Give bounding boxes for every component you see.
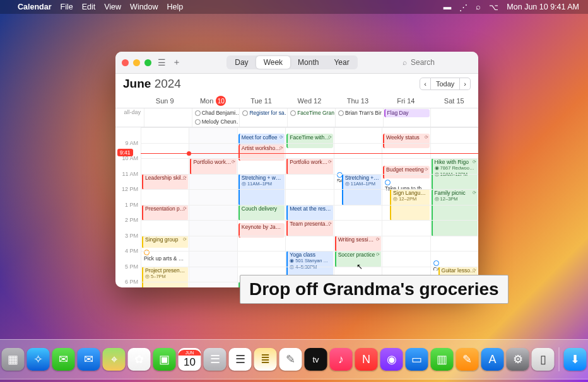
view-month[interactable]: Month [290,56,326,69]
hour-label: 11 AM [122,171,138,177]
view-week[interactable]: Week [256,56,290,69]
calendar-event[interactable]: Family picnic◎ 12–3PM⟳ [432,189,478,236]
add-event-icon[interactable]: ＋ [172,57,182,67]
allday-label: all-day [115,108,144,127]
allday-event[interactable]: Brian Tran's Bir… [336,109,382,117]
dock-launchpad[interactable]: ▦ [2,348,25,371]
dock-iphone[interactable]: ▯ [532,348,555,371]
menu-edit[interactable]: Edit [82,3,96,11]
prev-week-button[interactable]: ‹ [420,78,431,90]
calendars-toggle-icon[interactable]: ☰ [156,57,167,67]
menu-window[interactable]: Window [130,3,158,11]
day-columns: Leadership skil…⟳Presentation p…⟳Singing… [141,127,478,287]
dock-calendar[interactable]: JUN10 [179,348,201,371]
menu-view[interactable]: View [104,3,121,11]
year-label: 2024 [155,77,181,90]
month-label: June [123,77,151,90]
calendar-event[interactable]: Leadership skil…⟳ [142,174,188,190]
menu-help[interactable]: Help [167,3,184,11]
hour-label: 12 PM [122,186,138,192]
minimize-button[interactable] [133,59,140,66]
day-header-row: Sun 9 Mon10 Tue 11 Wed 12 Thu 13 Fri 14 … [115,94,478,108]
next-week-button[interactable]: › [460,78,471,90]
fullscreen-button[interactable] [144,59,151,66]
calendar-event[interactable]: Team presenta…⟳ [286,220,332,236]
dock-downloads[interactable]: ⬇ [564,348,587,371]
dock-podcasts[interactable]: ◉ [380,348,403,371]
allday-event[interactable]: Register for sa… [240,109,286,117]
control-center-icon[interactable]: ⌥ [489,3,498,12]
dock-photos[interactable]: ✿ [128,348,151,371]
dock-reminders[interactable]: ☰ [229,348,252,371]
calendar-event[interactable]: Presentation p…⟳ [142,205,188,221]
calendar-event[interactable]: Portfolio work…⟳ [190,158,236,175]
dock-notes[interactable]: ≣ [254,348,277,371]
dock-mail[interactable]: ✉ [78,348,100,371]
dock-news[interactable]: N [355,348,378,371]
allday-row: all-day Chad Benjami…Melody Cheun… Regis… [115,108,478,127]
day-header: Thu 13 [334,94,382,108]
hour-label: 1 PM [125,202,138,208]
menu-file[interactable]: File [61,3,73,11]
calendar-window: ☰ ＋ Day Week Month Year ⌕ June 2024 ‹ To… [115,52,478,287]
wifi-icon[interactable]: ⋰ [459,3,467,12]
dock-tv[interactable]: tv [305,348,327,371]
dock-keynote[interactable]: ▭ [406,348,428,371]
allday-event[interactable]: Flag Day [384,109,430,117]
calendar-event[interactable]: Singing group⟳ [142,236,188,249]
today-badge: 10 [216,96,226,106]
day-header: Sun 9 [141,94,189,108]
allday-event[interactable]: Melody Cheun… [193,118,239,126]
calendar-event[interactable]: Weekly status⟳ [383,134,429,148]
week-grid[interactable]: 9 AM10 AM11 AM12 PM1 PM2 PM3 PM4 PM5 PM6… [115,127,478,287]
today-button[interactable]: Today [431,78,460,90]
day-header: Sat 15 [430,94,478,108]
dock-facetime[interactable]: ▣ [153,348,176,371]
hour-label: 5 PM [125,263,138,270]
calendar-event[interactable]: Writing sessi…⟳ [335,236,381,252]
calendar-event[interactable]: Meet at the res… [286,205,332,221]
dock-pages[interactable]: ✎ [456,348,479,371]
dock-messages[interactable]: ✉ [52,348,75,371]
calendar-event[interactable]: Budget meeting⟳ [383,166,429,179]
battery-icon[interactable]: ▬ [444,3,452,11]
calendar-event[interactable]: Pick up arts & … [142,248,188,261]
day-header: Fri 14 [382,94,430,108]
menubar-clock[interactable]: Mon Jun 10 9:41 AM [507,3,579,11]
calendar-event[interactable]: Yoga class◉ 501 Stanyan St,…◎ 4–5:30PM [286,251,332,276]
tooltip-callout: Drop off Grandma's groceries [240,275,509,304]
search-field[interactable]: ⌕ [403,57,472,67]
dock-settings[interactable]: ⚙ [507,348,529,371]
allday-event[interactable]: FaceTime Gran… [288,109,334,117]
calendar-event[interactable]: Couch delivery [238,205,285,221]
day-header: Wed 12 [285,94,333,108]
dock-appstore[interactable]: A [481,348,504,371]
titlebar: ☰ ＋ Day Week Month Year ⌕ [115,52,478,74]
view-year[interactable]: Year [326,56,356,69]
now-indicator: 9:41 [141,153,478,154]
view-day[interactable]: Day [227,56,256,69]
hour-label: 3 PM [125,233,138,239]
day-header: Tue 11 [237,94,285,108]
dock-numbers[interactable]: ▥ [431,348,454,371]
calendar-event[interactable]: Project presentations◎ 5–7PM [142,267,188,287]
calendar-event[interactable]: Soccer practice⟳ [335,251,381,267]
search-input[interactable] [409,57,462,67]
hour-label: 9 AM [125,140,138,146]
calendar-event[interactable]: Portfolio work…⟳ [286,158,332,175]
search-icon: ⌕ [403,58,407,67]
app-menu[interactable]: Calendar [18,3,52,11]
dock: ☺▦✧✉✉⌖✿▣JUN10☰☰≣✎tv♪N◉▭▥✎A⚙▯⬇🗑 [0,339,588,379]
allday-event[interactable]: Chad Benjami… [193,109,239,117]
hour-label: 4 PM [125,248,138,254]
dock-contacts[interactable]: ☰ [204,348,226,371]
spotlight-icon[interactable]: ⌕ [476,3,481,11]
dock-music[interactable]: ♪ [330,348,353,371]
dock-safari[interactable]: ✧ [27,348,50,371]
calendar-event[interactable]: FaceTime with…⟳ [286,134,332,148]
month-header: June 2024 ‹ Today › [115,74,478,94]
dock-freeform[interactable]: ✎ [279,348,302,371]
dock-maps[interactable]: ⌖ [103,348,126,371]
close-button[interactable] [122,59,129,66]
hour-label: 6 PM [125,279,138,285]
